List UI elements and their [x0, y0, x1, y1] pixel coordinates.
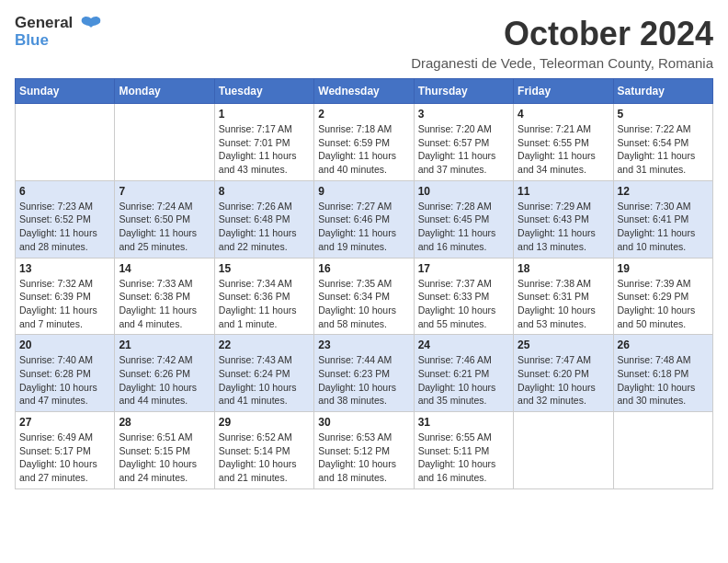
day-info: Sunrise: 7:30 AM Sunset: 6:41 PM Dayligh…: [618, 200, 709, 254]
day-header-tuesday: Tuesday: [214, 79, 313, 104]
day-number: 13: [19, 262, 110, 275]
calendar-cell: 13Sunrise: 7:32 AM Sunset: 6:39 PM Dayli…: [16, 258, 115, 335]
header-row: SundayMondayTuesdayWednesdayThursdayFrid…: [16, 79, 713, 104]
calendar-cell: 4Sunrise: 7:21 AM Sunset: 6:55 PM Daylig…: [514, 104, 613, 181]
day-number: 1: [219, 108, 310, 121]
day-number: 31: [418, 416, 509, 429]
calendar-cell: 2Sunrise: 7:18 AM Sunset: 6:59 PM Daylig…: [314, 104, 414, 181]
day-number: 6: [19, 185, 110, 198]
week-row-3: 13Sunrise: 7:32 AM Sunset: 6:39 PM Dayli…: [16, 258, 713, 335]
day-info: Sunrise: 7:22 AM Sunset: 6:54 PM Dayligh…: [618, 122, 709, 177]
day-number: 25: [518, 339, 609, 351]
day-number: 4: [518, 108, 609, 121]
day-number: 30: [318, 416, 409, 429]
day-header-wednesday: Wednesday: [314, 79, 414, 104]
calendar-cell: 5Sunrise: 7:22 AM Sunset: 6:54 PM Daylig…: [613, 104, 712, 181]
calendar-cell: [16, 104, 115, 181]
calendar-cell: 27Sunrise: 6:49 AM Sunset: 5:17 PM Dayli…: [16, 412, 115, 489]
day-info: Sunrise: 7:21 AM Sunset: 6:55 PM Dayligh…: [518, 122, 609, 177]
day-info: Sunrise: 7:33 AM Sunset: 6:38 PM Dayligh…: [119, 277, 210, 331]
calendar-cell: 1Sunrise: 7:17 AM Sunset: 7:01 PM Daylig…: [214, 104, 313, 181]
title-section: October 2024 Draganesti de Vede, Teleorm…: [411, 15, 713, 71]
day-info: Sunrise: 7:26 AM Sunset: 6:48 PM Dayligh…: [219, 200, 310, 254]
day-info: Sunrise: 7:29 AM Sunset: 6:43 PM Dayligh…: [518, 200, 609, 254]
location-subtitle: Draganesti de Vede, Teleorman County, Ro…: [411, 55, 713, 71]
logo-bird-icon: [78, 13, 104, 44]
day-number: 12: [618, 185, 709, 198]
day-header-thursday: Thursday: [414, 79, 513, 104]
day-number: 22: [219, 339, 310, 351]
logo: General Blue: [15, 15, 104, 49]
day-number: 21: [119, 339, 210, 351]
day-number: 3: [418, 108, 509, 121]
day-info: Sunrise: 7:37 AM Sunset: 6:33 PM Dayligh…: [418, 277, 509, 331]
logo-general: General: [15, 15, 73, 32]
calendar-cell: 14Sunrise: 7:33 AM Sunset: 6:38 PM Dayli…: [115, 258, 214, 335]
calendar-cell: 6Sunrise: 7:23 AM Sunset: 6:52 PM Daylig…: [16, 180, 115, 258]
day-number: 29: [219, 416, 310, 429]
calendar-cell: 9Sunrise: 7:27 AM Sunset: 6:46 PM Daylig…: [314, 180, 414, 258]
day-header-sunday: Sunday: [16, 79, 115, 104]
day-info: Sunrise: 7:46 AM Sunset: 6:21 PM Dayligh…: [418, 353, 509, 408]
day-info: Sunrise: 7:39 AM Sunset: 6:29 PM Dayligh…: [618, 277, 709, 331]
day-number: 23: [318, 339, 409, 351]
calendar-cell: 8Sunrise: 7:26 AM Sunset: 6:48 PM Daylig…: [214, 180, 313, 258]
day-number: 7: [119, 185, 210, 198]
day-info: Sunrise: 7:17 AM Sunset: 7:01 PM Dayligh…: [219, 122, 310, 177]
day-info: Sunrise: 6:49 AM Sunset: 5:17 PM Dayligh…: [19, 431, 110, 485]
day-number: 10: [418, 185, 509, 198]
day-number: 20: [19, 339, 110, 351]
calendar-cell: 29Sunrise: 6:52 AM Sunset: 5:14 PM Dayli…: [214, 412, 313, 489]
calendar-cell: 25Sunrise: 7:47 AM Sunset: 6:20 PM Dayli…: [514, 335, 613, 412]
week-row-4: 20Sunrise: 7:40 AM Sunset: 6:28 PM Dayli…: [16, 335, 713, 412]
calendar-cell: 19Sunrise: 7:39 AM Sunset: 6:29 PM Dayli…: [613, 258, 712, 335]
calendar-cell: 30Sunrise: 6:53 AM Sunset: 5:12 PM Dayli…: [314, 412, 414, 489]
week-row-5: 27Sunrise: 6:49 AM Sunset: 5:17 PM Dayli…: [16, 412, 713, 489]
calendar-cell: 24Sunrise: 7:46 AM Sunset: 6:21 PM Dayli…: [414, 335, 513, 412]
calendar-cell: 16Sunrise: 7:35 AM Sunset: 6:34 PM Dayli…: [314, 258, 414, 335]
day-info: Sunrise: 7:32 AM Sunset: 6:39 PM Dayligh…: [19, 277, 110, 331]
day-info: Sunrise: 7:42 AM Sunset: 6:26 PM Dayligh…: [119, 353, 210, 408]
calendar-cell: 20Sunrise: 7:40 AM Sunset: 6:28 PM Dayli…: [16, 335, 115, 412]
calendar-cell: 23Sunrise: 7:44 AM Sunset: 6:23 PM Dayli…: [314, 335, 414, 412]
day-number: 28: [119, 416, 210, 429]
day-number: 27: [19, 416, 110, 429]
calendar-table: SundayMondayTuesdayWednesdayThursdayFrid…: [15, 78, 713, 489]
week-row-1: 1Sunrise: 7:17 AM Sunset: 7:01 PM Daylig…: [16, 104, 713, 181]
day-number: 14: [119, 262, 210, 275]
day-number: 26: [618, 339, 709, 351]
day-info: Sunrise: 7:40 AM Sunset: 6:28 PM Dayligh…: [19, 353, 110, 408]
day-header-monday: Monday: [115, 79, 214, 104]
calendar-cell: 10Sunrise: 7:28 AM Sunset: 6:45 PM Dayli…: [414, 180, 513, 258]
calendar-cell: 15Sunrise: 7:34 AM Sunset: 6:36 PM Dayli…: [214, 258, 313, 335]
day-header-friday: Friday: [514, 79, 613, 104]
day-info: Sunrise: 6:53 AM Sunset: 5:12 PM Dayligh…: [318, 431, 409, 485]
day-info: Sunrise: 7:34 AM Sunset: 6:36 PM Dayligh…: [219, 277, 310, 331]
day-number: 2: [318, 108, 409, 121]
calendar-cell: [613, 412, 712, 489]
calendar-cell: 26Sunrise: 7:48 AM Sunset: 6:18 PM Dayli…: [613, 335, 712, 412]
calendar-cell: 17Sunrise: 7:37 AM Sunset: 6:33 PM Dayli…: [414, 258, 513, 335]
day-info: Sunrise: 7:18 AM Sunset: 6:59 PM Dayligh…: [318, 122, 409, 177]
day-info: Sunrise: 7:48 AM Sunset: 6:18 PM Dayligh…: [618, 353, 709, 408]
day-info: Sunrise: 7:43 AM Sunset: 6:24 PM Dayligh…: [219, 353, 310, 408]
day-number: 5: [618, 108, 709, 121]
calendar-cell: 3Sunrise: 7:20 AM Sunset: 6:57 PM Daylig…: [414, 104, 513, 181]
month-title: October 2024: [411, 15, 713, 53]
day-info: Sunrise: 7:35 AM Sunset: 6:34 PM Dayligh…: [318, 277, 409, 331]
day-number: 24: [418, 339, 509, 351]
day-info: Sunrise: 7:44 AM Sunset: 6:23 PM Dayligh…: [318, 353, 409, 408]
day-number: 19: [618, 262, 709, 275]
week-row-2: 6Sunrise: 7:23 AM Sunset: 6:52 PM Daylig…: [16, 180, 713, 258]
calendar-cell: 18Sunrise: 7:38 AM Sunset: 6:31 PM Dayli…: [514, 258, 613, 335]
calendar-cell: [514, 412, 613, 489]
day-info: Sunrise: 7:28 AM Sunset: 6:45 PM Dayligh…: [418, 200, 509, 254]
day-number: 15: [219, 262, 310, 275]
calendar-cell: 21Sunrise: 7:42 AM Sunset: 6:26 PM Dayli…: [115, 335, 214, 412]
calendar-cell: 31Sunrise: 6:55 AM Sunset: 5:11 PM Dayli…: [414, 412, 513, 489]
day-number: 8: [219, 185, 310, 198]
calendar-cell: 11Sunrise: 7:29 AM Sunset: 6:43 PM Dayli…: [514, 180, 613, 258]
day-info: Sunrise: 7:38 AM Sunset: 6:31 PM Dayligh…: [518, 277, 609, 331]
day-header-saturday: Saturday: [613, 79, 712, 104]
day-info: Sunrise: 7:27 AM Sunset: 6:46 PM Dayligh…: [318, 200, 409, 254]
